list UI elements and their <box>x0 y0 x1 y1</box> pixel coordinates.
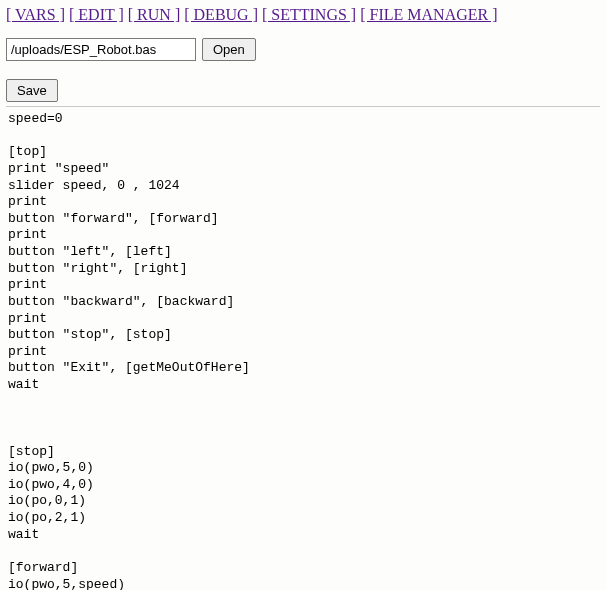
save-row: Save <box>6 79 600 102</box>
nav-edit[interactable]: [ EDIT ] <box>69 6 124 23</box>
open-button[interactable]: Open <box>202 38 256 61</box>
file-path-input[interactable] <box>6 38 196 61</box>
nav-run[interactable]: [ RUN ] <box>128 6 180 23</box>
save-button[interactable]: Save <box>6 79 58 102</box>
nav-settings[interactable]: [ SETTINGS ] <box>262 6 356 23</box>
nav-debug[interactable]: [ DEBUG ] <box>184 6 258 23</box>
nav-bar: [ VARS ] [ EDIT ] [ RUN ] [ DEBUG ] [ SE… <box>6 6 600 24</box>
nav-vars[interactable]: [ VARS ] <box>6 6 65 23</box>
nav-filemanager[interactable]: [ FILE MANAGER ] <box>360 6 497 23</box>
code-editor[interactable]: speed=0 [top] print "speed" slider speed… <box>6 107 600 590</box>
file-row: Open <box>6 38 600 61</box>
